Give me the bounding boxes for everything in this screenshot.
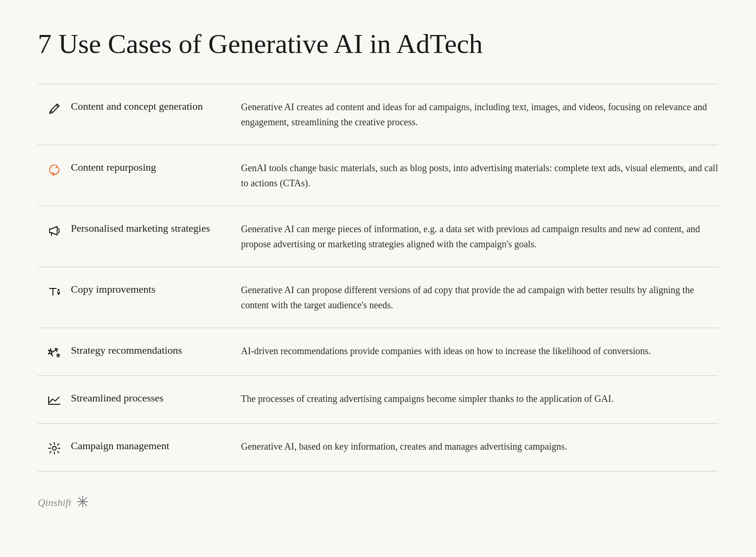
footer: Qinshift bbox=[38, 495, 718, 510]
content-generation-label: Content and concept generation bbox=[71, 99, 241, 113]
table-row: Campaign management Generative AI, based… bbox=[38, 424, 718, 471]
streamlined-processes-icon bbox=[38, 391, 71, 408]
table-row: Personalised marketing strategies Genera… bbox=[38, 206, 718, 267]
brand-icon bbox=[76, 495, 89, 510]
table-row: Content repurposing GenAI tools change b… bbox=[38, 145, 718, 206]
table-row: Copy improvements Generative AI can prop… bbox=[38, 267, 718, 328]
personalised-marketing-icon bbox=[38, 221, 71, 238]
campaign-management-label: Campaign management bbox=[71, 439, 241, 452]
table-row: Content and concept generation Generativ… bbox=[38, 84, 718, 145]
svg-point-1 bbox=[52, 446, 56, 450]
strategy-recommendations-description: AI-driven recommendations provide compan… bbox=[241, 343, 718, 358]
copy-improvements-label: Copy improvements bbox=[71, 282, 241, 296]
copy-improvements-icon bbox=[38, 282, 71, 299]
personalised-marketing-label: Personalised marketing strategies bbox=[71, 221, 241, 235]
copy-improvements-description: Generative AI can propose different vers… bbox=[241, 282, 718, 313]
table-row: Strategy recommendations AI-driven recom… bbox=[38, 328, 718, 376]
strategy-recommendations-label: Strategy recommendations bbox=[71, 343, 241, 357]
content-repurposing-icon bbox=[38, 160, 71, 177]
content-generation-icon bbox=[38, 99, 71, 116]
campaign-management-description: Generative AI, based on key information,… bbox=[241, 439, 718, 454]
content-repurposing-label: Content repurposing bbox=[71, 160, 241, 174]
strategy-recommendations-icon bbox=[38, 343, 71, 360]
streamlined-processes-label: Streamlined processes bbox=[71, 391, 241, 404]
campaign-management-icon bbox=[38, 439, 71, 456]
table-row: Streamlined processes The processes of c… bbox=[38, 376, 718, 424]
content-generation-description: Generative AI creates ad content and ide… bbox=[241, 99, 718, 130]
use-cases-table: Content and concept generation Generativ… bbox=[38, 84, 718, 471]
streamlined-processes-description: The processes of creating advertising ca… bbox=[241, 391, 718, 406]
personalised-marketing-description: Generative AI can merge pieces of inform… bbox=[241, 221, 718, 252]
page-title: 7 Use Cases of Generative AI in AdTech bbox=[38, 28, 718, 60]
brand-name: Qinshift bbox=[38, 496, 71, 509]
content-repurposing-description: GenAI tools change basic materials, such… bbox=[241, 160, 718, 191]
